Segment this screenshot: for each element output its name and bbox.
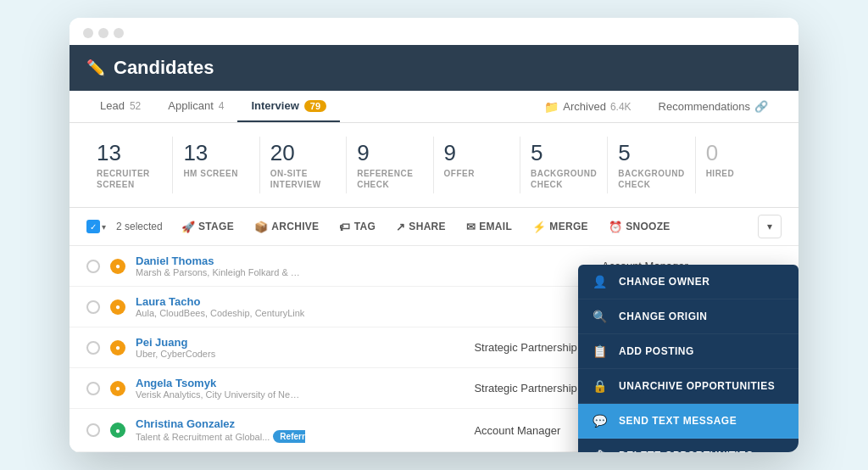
candidate-company: Marsh & Parsons, Kinleigh Folkard & Hay.…: [136, 267, 305, 277]
archive-button[interactable]: 📦 ARCHIVE: [246, 216, 327, 238]
dropdown-add-posting[interactable]: 📋 ADD POSTING: [578, 334, 798, 369]
tag-icon: 🏷: [339, 221, 350, 233]
candidate-name[interactable]: Laura Tacho: [136, 295, 592, 308]
candidate-company: Verisk Analytics, City University of New…: [136, 389, 305, 400]
tab-lead[interactable]: Lead 52: [86, 91, 154, 122]
search-icon: 🔍: [592, 310, 609, 323]
chat-icon: 💬: [592, 414, 609, 428]
candidate-company: Talent & Recruitment at Global... Referr…: [136, 430, 305, 443]
archive-icon: 📁: [544, 100, 559, 114]
candidate-name[interactable]: Pei Juang: [136, 336, 464, 349]
window-dot-2: [98, 28, 108, 38]
link-icon: 🔗: [754, 100, 768, 113]
clipboard-icon: 📋: [592, 344, 609, 358]
candidate-info: Pei Juang Uber, CyberCoders: [136, 336, 464, 359]
stats-row: 13 RECRUITERSCREEN 13 HM SCREEN 20 ON-SI…: [70, 123, 798, 208]
stat-background-check-2: 5 BACKGROUNDCHECK: [608, 137, 695, 193]
candidate-checkbox[interactable]: [86, 300, 100, 314]
dropdown-menu: 👤 CHANGE OWNER 🔍 CHANGE ORIGIN 📋 ADD POS…: [578, 265, 798, 452]
window-dot-1: [83, 28, 93, 38]
tabs-row: Lead 52 Applicant 4 Interview 79 📁 Archi…: [70, 91, 798, 123]
stat-recruiter-screen: 13 RECRUITERSCREEN: [86, 137, 173, 193]
merge-icon: ⚡: [532, 221, 546, 233]
candidate-info: Christina Gonzalez Talent & Recruitment …: [136, 417, 464, 443]
status-dot: ●: [110, 340, 125, 355]
email-icon: ✉: [466, 221, 476, 233]
snooze-button[interactable]: ⏰ SNOOZE: [600, 216, 679, 238]
candidate-checkbox[interactable]: [86, 341, 100, 355]
merge-button[interactable]: ⚡ MERGE: [524, 216, 597, 238]
tab-recommendations[interactable]: Recommendations 🔗: [645, 92, 782, 121]
trash-icon: 🗑: [592, 449, 609, 452]
app-header: ✏️ Candidates: [70, 45, 798, 91]
candidate-checkbox[interactable]: [86, 382, 100, 395]
candidate-name[interactable]: Christina Gonzalez: [136, 417, 464, 430]
tab-archived[interactable]: 📁 Archived 6.4K: [531, 92, 644, 122]
stat-hm-screen: 13 HM SCREEN: [173, 137, 259, 193]
candidate-info: Laura Tacho Aula, CloudBees, Codeship, C…: [136, 295, 592, 318]
dropdown-send-text[interactable]: 💬 SEND TEXT MESSAGE: [578, 404, 798, 439]
archive-icon: 📦: [254, 221, 268, 233]
stat-background-check-1: 5 BACKGROUNDCHECK: [520, 137, 608, 193]
select-all-checkbox[interactable]: ✓: [86, 220, 100, 233]
stage-button[interactable]: 🚀 STAGE: [173, 216, 242, 238]
candidate-name[interactable]: Daniel Thomas: [136, 255, 592, 267]
stat-reference-check: 9 REFERENCECHECK: [347, 137, 433, 193]
candidate-checkbox[interactable]: [86, 260, 100, 273]
actions-bar: ✓ ▾ 2 selected 🚀 STAGE 📦 ARCHIVE 🏷 TAG ↗…: [70, 208, 798, 246]
email-button[interactable]: ✉ EMAIL: [458, 216, 520, 238]
candidate-info: Angela Tsomyk Verisk Analytics, City Uni…: [136, 377, 464, 400]
status-dot: ●: [110, 422, 125, 438]
selected-count: 2 selected: [116, 221, 163, 232]
stat-on-site-interview: 20 ON-SITEINTERVIEW: [260, 137, 347, 193]
dropdown-unarchive[interactable]: 🔒 UNARCHIVE OPPORTUNITIES: [578, 369, 798, 404]
candidate-row: ● Christina Gonzalez Talent & Recruitmen…: [70, 409, 798, 452]
candidate-name[interactable]: Angela Tsomyk: [136, 377, 464, 389]
user-icon: 👤: [592, 275, 609, 288]
title-bar: [70, 18, 798, 45]
dropdown-delete[interactable]: 🗑 DELETE OPPORTUNITIES: [578, 439, 798, 452]
select-chevron[interactable]: ▾: [102, 222, 106, 232]
lock-icon: 🔒: [592, 379, 609, 393]
candidate-info: Daniel Thomas Marsh & Parsons, Kinleigh …: [136, 255, 592, 277]
share-button[interactable]: ↗ SHARE: [387, 216, 454, 238]
more-actions-button[interactable]: ▾: [758, 215, 782, 238]
status-dot: ●: [110, 299, 125, 315]
pencil-icon: ✏️: [86, 59, 105, 77]
candidate-company: Aula, CloudBees, Codeship, CenturyLink: [136, 308, 305, 318]
dropdown-change-origin[interactable]: 🔍 CHANGE ORIGIN: [578, 299, 798, 334]
share-icon: ↗: [396, 221, 405, 233]
page-title: Candidates: [114, 57, 214, 79]
tag-referral: Referral: [273, 430, 305, 443]
candidate-checkbox[interactable]: [86, 423, 100, 437]
status-dot: ●: [110, 381, 125, 396]
window-dot-3: [114, 28, 124, 38]
dropdown-change-owner[interactable]: 👤 CHANGE OWNER: [578, 265, 798, 299]
candidates-list: ● Daniel Thomas Marsh & Parsons, Kinleig…: [70, 246, 798, 452]
status-dot: ●: [110, 259, 125, 274]
stage-icon: 🚀: [181, 221, 195, 233]
tab-interview[interactable]: Interview 79: [237, 91, 340, 122]
stat-offer: 9 OFFER: [434, 137, 520, 193]
stat-hired: 0 HIRED: [696, 137, 782, 193]
snooze-icon: ⏰: [609, 221, 622, 233]
select-all-wrapper[interactable]: ✓ ▾: [86, 220, 106, 233]
tab-applicant[interactable]: Applicant 4: [154, 91, 237, 122]
candidate-company: Uber, CyberCoders: [136, 349, 305, 359]
tag-button[interactable]: 🏷 TAG: [331, 216, 384, 238]
